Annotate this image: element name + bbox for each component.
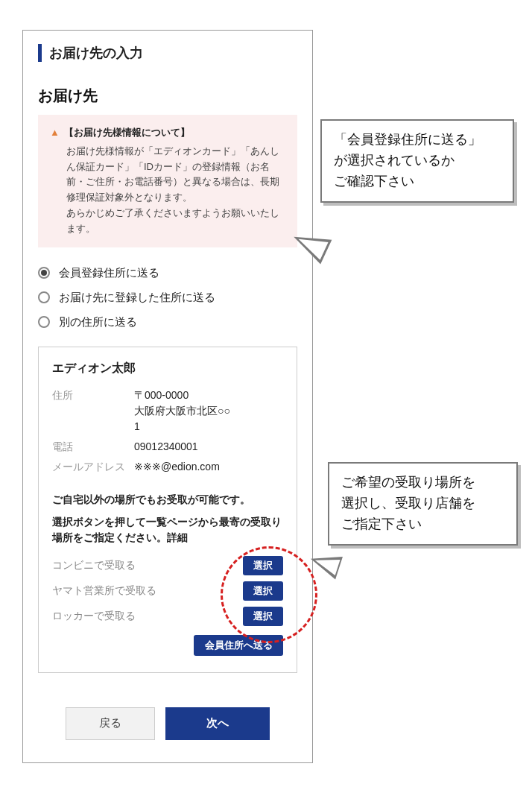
send-member-address-button[interactable]: 会員住所へ送る (194, 635, 283, 656)
radio-label: 会員登録住所に送る (59, 266, 159, 280)
select-yamato-button[interactable]: 選択 (243, 581, 283, 601)
recipient-name: エディオン太郎 (52, 361, 283, 376)
member-send-row: 会員住所へ送る (52, 635, 283, 656)
radio-other-address[interactable]: 別の住所に送る (38, 310, 297, 335)
pickup-list: コンビニで受取る 選択 ヤマト営業所で受取る 選択 ロッカーで受取る 選択 (52, 553, 283, 629)
pickup-heading: ご自宅以外の場所でもお受取が可能です。 (52, 493, 283, 507)
select-locker-button[interactable]: 選択 (243, 607, 283, 626)
radio-icon (38, 291, 50, 303)
panel-header: お届け先の入力 (23, 31, 312, 72)
callout-select-pickup: ご希望の受取り場所を 選択し、受取り店舗を ご指定下さい (328, 462, 518, 546)
phone-row: 電話 09012340001 (52, 437, 283, 457)
pickup-locker: ロッカーで受取る 選択 (52, 604, 283, 629)
radio-label: 別の住所に送る (59, 315, 137, 329)
notice-title-row: ▲【お届け先様情報について】 (50, 125, 285, 141)
notice-heading: 【お届け先様情報について】 (64, 127, 190, 138)
radio-icon (38, 316, 50, 328)
section-title: お届け先 (38, 72, 297, 115)
row-value: 〒000-0000 大阪府大阪市北区○○ 1 (134, 388, 230, 434)
panel-title: お届け先の入力 (38, 44, 297, 62)
row-label: 住所 (52, 388, 134, 434)
footer-buttons: 戻る 次へ (23, 688, 312, 762)
next-button[interactable]: 次へ (165, 707, 270, 740)
row-label: 電話 (52, 439, 134, 455)
pickup-yamato: ヤマト営業所で受取る 選択 (52, 578, 283, 604)
pickup-instruction: 選択ボタンを押して一覧ページから最寄の受取り場所をご指定ください。詳細 (52, 514, 283, 546)
delivery-section: お届け先 ▲【お届け先様情報について】 お届け先様情報が「エディオンカード」「あ… (23, 72, 312, 688)
address-row: 住所 〒000-0000 大阪府大阪市北区○○ 1 (52, 385, 283, 437)
radio-saved-address[interactable]: お届け先に登録した住所に送る (38, 285, 297, 310)
pickup-label: ヤマト営業所で受取る (52, 584, 156, 598)
select-convenience-button[interactable]: 選択 (243, 556, 283, 575)
email-row: メールアドレス ※※※@edion.com (52, 457, 283, 477)
warning-icon: ▲ (50, 125, 60, 141)
radio-group: 会員登録住所に送る お届け先に登録した住所に送る 別の住所に送る (38, 247, 297, 339)
radio-icon (38, 267, 50, 279)
row-value: ※※※@edion.com (134, 459, 220, 475)
notice-body: お届け先様情報が「エディオンカード」「あんしん保証カード」「IDカード」の登録情… (50, 144, 285, 237)
callout-confirm-radio: 「会員登録住所に送る」 が選択されているか ご確認下さい (320, 119, 514, 203)
radio-registered-address[interactable]: 会員登録住所に送る (38, 261, 297, 285)
back-button[interactable]: 戻る (66, 707, 155, 740)
row-value: 09012340001 (134, 439, 198, 455)
pickup-convenience: コンビニで受取る 選択 (52, 553, 283, 578)
address-card: エディオン太郎 住所 〒000-0000 大阪府大阪市北区○○ 1 電話 090… (38, 347, 297, 673)
row-label: メールアドレス (52, 459, 134, 475)
notice-box: ▲【お届け先様情報について】 お届け先様情報が「エディオンカード」「あんしん保証… (38, 115, 297, 247)
pickup-label: コンビニで受取る (52, 559, 136, 572)
radio-label: お届け先に登録した住所に送る (59, 291, 215, 305)
delivery-panel: お届け先の入力 お届け先 ▲【お届け先様情報について】 お届け先様情報が「エディ… (22, 30, 313, 763)
pickup-label: ロッカーで受取る (52, 610, 136, 623)
